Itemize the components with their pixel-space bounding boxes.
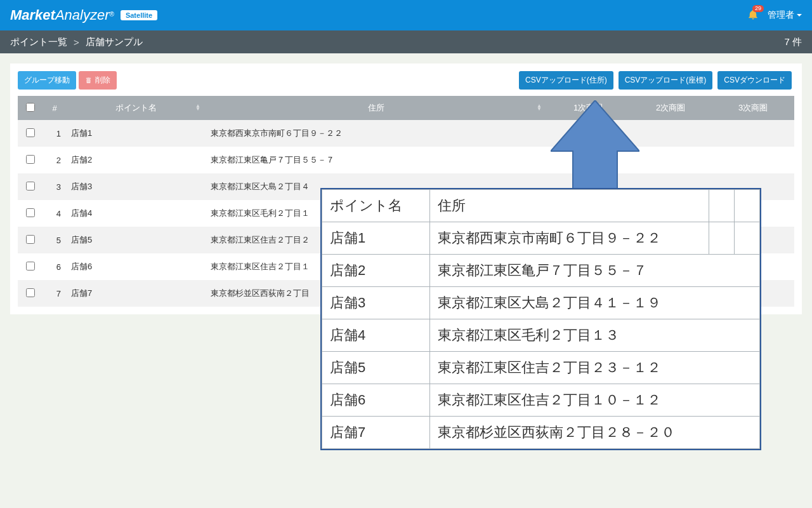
row-number: 3 [43,173,66,200]
breadcrumb: ポイント一覧 > 店舗サンプル 7 件 [0,30,812,53]
sort-icon [537,105,542,111]
overlay-cell-name: 店舗3 [322,287,430,319]
overlay-cell-addr: 東京都西東京市南町６丁目９－２２ [430,222,709,255]
csv-download-button[interactable]: CSVダウンロード [717,71,792,90]
overlay-row: 店舗2東京都江東区亀戸７丁目５５－７ [322,255,760,287]
logo-badge-satellite: Satellite [121,10,157,20]
header-point-name[interactable]: ポイント名 [66,96,206,120]
logo: MarketAnalyzer® Satellite [10,7,157,23]
row-zone1 [547,147,629,173]
row-number: 2 [43,147,66,173]
row-checkbox[interactable] [26,235,35,244]
row-checkbox[interactable] [26,208,35,217]
row-checkbox[interactable] [26,262,35,271]
action-row: グループ移動 削除 CSVアップロード(住所) CSVアップロード(座標) CS… [18,71,794,90]
row-point-name: 店舗2 [66,147,206,173]
overlay-cell-empty [735,222,760,255]
csv-preview-overlay: ポイント名 住所 店舗1東京都西東京市南町６丁目９－２２店舗2東京都江東区亀戸７… [320,188,761,324]
record-count: 7 件 [784,36,802,48]
notification-count: 29 [752,5,764,13]
row-point-name: 店舗1 [66,120,206,147]
table-row[interactable]: 2店舗2東京都江東区亀戸７丁目５５－７ [18,147,794,173]
logo-reg: ® [110,11,114,18]
delete-button[interactable]: 削除 [79,71,117,90]
overlay-cell-name: 店舗2 [322,255,430,287]
overlay-cell-empty [709,222,735,255]
select-all-checkbox[interactable] [26,103,35,112]
overlay-cell-addr: 東京都江東区亀戸７丁目５５－７ [430,255,760,287]
row-checkbox[interactable] [26,155,35,164]
row-zone3 [712,120,794,147]
header-zone1[interactable]: 1次商圏 [547,96,629,120]
overlay-cell-addr: 東京都江東区毛利２丁目１３ [430,319,760,325]
header-number[interactable]: # [43,96,66,120]
delete-label: 削除 [95,76,110,84]
trash-icon [85,77,92,84]
row-checkbox[interactable] [26,288,35,297]
overlay-row: 店舗3東京都江東区大島２丁目４１－１９ [322,287,760,319]
logo-text-analyzer: Analyzer [55,7,110,23]
row-address: 東京都江東区亀戸７丁目５５－７ [206,147,547,173]
logo-text-market: Market [10,7,55,23]
row-checkbox[interactable] [26,182,35,190]
row-point-name: 店舗4 [66,200,206,227]
user-menu[interactable]: 管理者 [768,10,802,21]
header-zone2[interactable]: 2次商圏 [629,96,712,120]
row-point-name: 店舗3 [66,173,206,200]
header-address[interactable]: 住所 [206,96,547,120]
row-address: 東京都西東京市南町６丁目９－２２ [206,120,547,147]
overlay-header-empty2 [735,190,760,222]
row-point-name: 店舗7 [66,280,206,307]
row-number: 6 [43,253,66,280]
header-zone3[interactable]: 3次商圏 [712,96,794,120]
overlay-cell-name: 店舗4 [322,319,430,325]
overlay-cell-addr: 東京都江東区大島２丁目４１－１９ [430,287,760,319]
header-checkbox [18,96,43,120]
row-zone3 [712,147,794,173]
group-move-button[interactable]: グループ移動 [18,71,76,90]
overlay-header-addr: 住所 [430,190,709,222]
overlay-cell-name: 店舗1 [322,222,430,255]
breadcrumb-first[interactable]: ポイント一覧 [10,36,67,48]
overlay-header-empty1 [709,190,735,222]
row-checkbox[interactable] [26,128,35,137]
sort-icon [195,105,200,111]
row-number: 5 [43,227,66,253]
row-number: 7 [43,280,66,307]
row-zone1 [547,120,629,147]
table-row[interactable]: 1店舗1東京都西東京市南町６丁目９－２２ [18,120,794,147]
row-point-name: 店舗5 [66,227,206,253]
overlay-row: 店舗1東京都西東京市南町６丁目９－２２ [322,222,760,255]
row-number: 4 [43,200,66,227]
row-number: 1 [43,120,66,147]
csv-upload-address-button[interactable]: CSVアップロード(住所) [519,71,613,90]
row-point-name: 店舗6 [66,253,206,280]
breadcrumb-separator: > [74,37,79,48]
overlay-row: 店舗4東京都江東区毛利２丁目１３ [322,319,760,325]
csv-upload-coord-button[interactable]: CSVアップロード(座標) [619,71,713,90]
user-label: 管理者 [768,10,794,21]
row-zone2 [629,120,712,147]
notifications-button[interactable]: 29 [747,9,759,22]
overlay-header-name: ポイント名 [322,190,430,222]
top-bar: MarketAnalyzer® Satellite 29 管理者 [0,0,812,30]
row-zone2 [629,147,712,173]
breadcrumb-second: 店舗サンプル [86,36,143,48]
chevron-down-icon [797,14,802,17]
